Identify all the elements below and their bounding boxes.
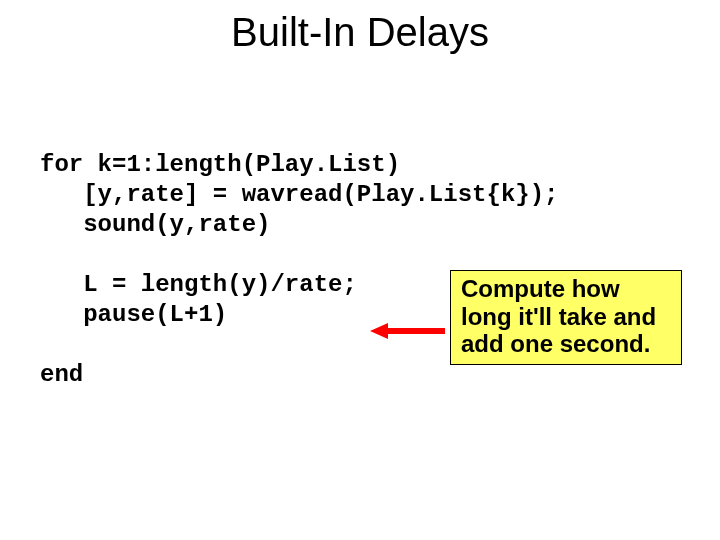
code-line-1: for k=1:length(Play.List) [40, 151, 400, 178]
code-line-3: sound(y,rate) [40, 211, 270, 238]
code-line-6: pause(L+1) [40, 301, 227, 328]
slide-title: Built-In Delays [0, 10, 720, 55]
code-line-5: L = length(y)/rate; [40, 271, 357, 298]
code-line-8: end [40, 361, 83, 388]
code-line-2: [y,rate] = wavread(Play.List{k}); [40, 181, 558, 208]
arrow-left-icon [370, 323, 445, 339]
callout-box: Compute how long it'll take and add one … [450, 270, 682, 365]
